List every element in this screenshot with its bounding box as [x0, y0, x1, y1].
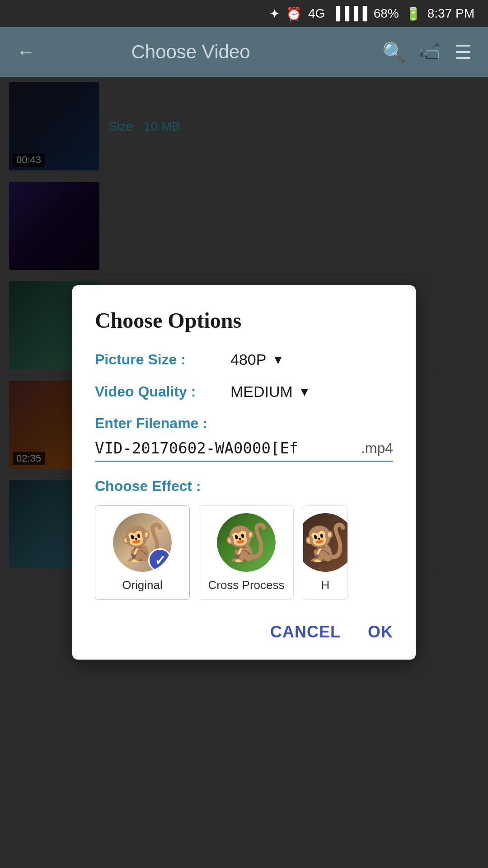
options-dialog: Choose Options Picture Size : 480P ▼ Vid…: [72, 285, 416, 660]
picture-size-row: Picture Size : 480P ▼: [95, 351, 393, 368]
status-bar: ✦ ⏰ 4G ▐▐▐▐ 68% 🔋 8:37 PM: [0, 0, 488, 27]
effects-list: 🐒 ✓ Original 🐒 Cross Process 🐒: [95, 505, 393, 600]
picture-size-value: 480P: [230, 351, 266, 368]
alarm-icon: ⏰: [286, 6, 302, 21]
background-video-list: 00:43 Size : 10 MB 02:35 Size : 9 MB: [0, 77, 488, 868]
effect-label: Choose Effect :: [95, 478, 393, 495]
back-button[interactable]: ←: [16, 41, 35, 63]
ok-button[interactable]: OK: [368, 623, 393, 642]
bluetooth-icon: ✦: [269, 6, 280, 21]
effect-name-h: H: [321, 578, 330, 592]
effect-item-cross-process[interactable]: 🐒 Cross Process: [199, 505, 294, 600]
battery-icon: 🔋: [405, 6, 421, 21]
picture-size-select[interactable]: 480P ▼: [230, 351, 284, 368]
effect-item-h[interactable]: 🐒 H: [303, 505, 348, 600]
page-title: Choose Video: [48, 41, 333, 63]
video-quality-select[interactable]: MEDIUM ▼: [230, 383, 311, 401]
dialog-actions: CANCEL OK: [95, 618, 393, 642]
filename-row: .mp4: [95, 439, 393, 462]
time-label: 8:37 PM: [427, 6, 474, 21]
video-quality-row: Video Quality : MEDIUM ▼: [95, 383, 393, 401]
app-bar: ← Choose Video 🔍 📹 ☰: [0, 27, 488, 77]
dialog-title: Choose Options: [95, 308, 393, 333]
effect-item-original[interactable]: 🐒 ✓ Original: [95, 505, 190, 600]
signal-bars-icon: ▐▐▐▐: [331, 6, 367, 21]
video-camera-button[interactable]: 📹: [418, 41, 442, 63]
picture-size-label: Picture Size :: [95, 351, 230, 368]
effect-name-original: Original: [122, 578, 163, 592]
modal-overlay: Choose Options Picture Size : 480P ▼ Vid…: [0, 77, 488, 868]
video-quality-label: Video Quality :: [95, 383, 230, 400]
effect-name-cross-process: Cross Process: [208, 578, 284, 592]
sort-button[interactable]: ☰: [455, 41, 472, 63]
effect-thumbnail-cross-process: 🐒: [217, 513, 276, 572]
selected-check-icon: ✓: [148, 548, 172, 572]
signal-label: 4G: [308, 6, 325, 21]
status-icons: ✦ ⏰ 4G ▐▐▐▐ 68% 🔋 8:37 PM: [269, 6, 474, 21]
picture-size-dropdown-arrow: ▼: [272, 353, 284, 367]
effect-thumbnail-original: 🐒 ✓: [113, 513, 172, 572]
filename-label: Enter Filename :: [95, 415, 393, 432]
effect-image-cross-process: 🐒: [217, 513, 276, 572]
search-button[interactable]: 🔍: [382, 41, 406, 63]
video-quality-value: MEDIUM: [230, 383, 293, 401]
effect-image-h: 🐒: [303, 513, 348, 572]
battery-label: 68%: [374, 6, 399, 21]
filename-extension: .mp4: [361, 440, 393, 457]
filename-input[interactable]: [95, 439, 357, 457]
cancel-button[interactable]: CANCEL: [270, 623, 341, 642]
effect-thumbnail-h: 🐒: [303, 513, 348, 572]
video-quality-dropdown-arrow: ▼: [298, 385, 311, 399]
